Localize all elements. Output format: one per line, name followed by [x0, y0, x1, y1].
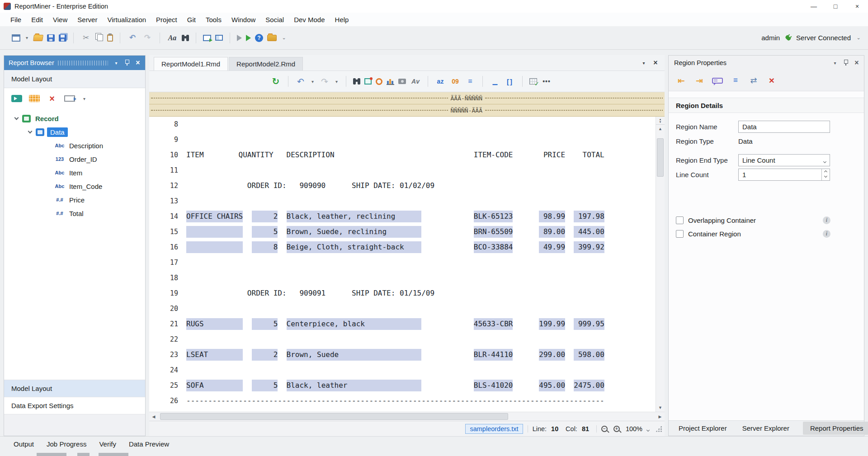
data-field-highlight[interactable]: Black, leather, reclining: [287, 211, 422, 222]
data-field-highlight[interactable]: 45633-CBR: [474, 318, 513, 330]
save-icon[interactable]: [47, 34, 55, 42]
info-icon[interactable]: [823, 216, 830, 224]
editor-line[interactable]: 21RUGS 5 Centerpiece, black 45633-CBR 19…: [149, 316, 656, 332]
step-up-icon[interactable]: [822, 169, 830, 175]
bottom-tab-output[interactable]: Output: [14, 440, 34, 456]
redo-caret-icon[interactable]: ▾: [334, 75, 339, 87]
add-lines-icon[interactable]: ≡: [465, 75, 476, 87]
undo-icon[interactable]: ↶: [127, 32, 138, 44]
close-panel-icon[interactable]: ×: [133, 58, 142, 67]
tree-item-order-id[interactable]: 123 Order_ID: [4, 152, 145, 166]
data-field-highlight[interactable]: 495.00: [539, 380, 565, 391]
data-field-highlight[interactable]: 999.95: [574, 318, 604, 330]
data-field-highlight[interactable]: 197.98: [574, 211, 604, 222]
data-field-highlight[interactable]: Brown, Suede: [287, 349, 422, 361]
preview-table-icon[interactable]: [529, 78, 537, 85]
vertical-scrollbar[interactable]: ▲ ▼: [656, 117, 665, 412]
expander-icon[interactable]: [13, 115, 19, 122]
scroll-right-icon[interactable]: ▶: [656, 412, 665, 421]
find-icon[interactable]: [182, 35, 189, 41]
data-field-highlight[interactable]: 8: [252, 241, 278, 253]
numeric-field-icon[interactable]: 09: [450, 75, 461, 87]
copy-icon[interactable]: [97, 34, 103, 41]
maximize-button[interactable]: □: [825, 0, 846, 13]
data-field-highlight[interactable]: 98.99: [539, 211, 565, 222]
pattern-row-1[interactable]: ÃÃÃ-ÑÑÑÑÑ: [149, 92, 665, 104]
menu-help[interactable]: Help: [330, 14, 354, 25]
data-field-highlight[interactable]: 2: [252, 349, 278, 361]
data-field-highlight[interactable]: Black, leather: [287, 380, 422, 391]
vertical-scroll-track[interactable]: [656, 133, 665, 404]
tree-item-total[interactable]: #.# Total: [4, 207, 145, 220]
refresh-icon[interactable]: ↻: [270, 75, 281, 87]
data-field-highlight[interactable]: Centerpiece, black: [287, 318, 422, 330]
tree-item-record[interactable]: Record: [4, 112, 145, 125]
tree-item-item-code[interactable]: Abc Item_Code: [4, 179, 145, 193]
find-icon[interactable]: [353, 78, 360, 85]
region-list-icon[interactable]: ≡: [730, 75, 741, 86]
pattern-row-2[interactable]: ÑÑÑÑÑ-ÃÃÃ: [149, 104, 665, 117]
editor-line[interactable]: 26--------------------------------------…: [149, 393, 656, 409]
close-panel-icon[interactable]: ×: [852, 58, 861, 67]
split-view-handle[interactable]: [656, 117, 665, 125]
help-icon[interactable]: ?: [255, 34, 263, 42]
data-field-highlight[interactable]: 5: [252, 318, 278, 330]
editor-line[interactable]: 17: [149, 255, 656, 270]
panel-options-caret-icon[interactable]: ▾: [112, 58, 121, 67]
editor-line[interactable]: 14OFFICE CHAIRS 2 Black, leather, reclin…: [149, 209, 656, 224]
data-field-highlight[interactable]: 598.00: [574, 349, 604, 361]
editor-line[interactable]: 13: [149, 193, 656, 209]
font-style-icon[interactable]: Av: [410, 75, 421, 87]
data-field-highlight[interactable]: Brown, Suede, reclining: [287, 226, 422, 238]
editor-line[interactable]: 19 ORDER ID: 909091 SHIP DATE: 01/15/09: [149, 286, 656, 301]
field-statistics-icon[interactable]: [387, 78, 394, 85]
tree-item-description[interactable]: Abc Description: [4, 139, 145, 152]
overlapping-container-checkbox[interactable]: [676, 216, 684, 224]
menu-window[interactable]: Window: [226, 14, 260, 25]
data-field-highlight[interactable]: BCO-33884: [474, 241, 513, 253]
menu-git[interactable]: Git: [182, 14, 201, 25]
data-field-highlight[interactable]: 299.00: [539, 349, 565, 361]
previous-region-icon[interactable]: ⇤: [676, 75, 687, 86]
menu-social[interactable]: Social: [260, 14, 289, 25]
sort-alpha-icon[interactable]: az: [435, 75, 446, 87]
data-field-highlight[interactable]: 2: [252, 211, 278, 222]
compare-models-icon[interactable]: [215, 35, 223, 41]
toolbar-separator[interactable]: [428, 76, 428, 87]
data-field-highlight[interactable]: 399.92: [574, 241, 604, 253]
vertical-scroll-thumb[interactable]: [657, 138, 664, 177]
snapshot-icon[interactable]: [398, 79, 406, 84]
editor-line[interactable]: 10ITEM QUANTITY DESCRIPTION ITEM-CODE PR…: [149, 147, 656, 163]
toolbar-overflow-caret-icon[interactable]: ⌄: [281, 32, 287, 44]
scroll-down-icon[interactable]: ▼: [656, 404, 665, 412]
minimize-button[interactable]: —: [803, 0, 825, 13]
tab-reportmodel1[interactable]: ReportModel1.Rmd: [154, 57, 228, 71]
toolbar-separator[interactable]: [522, 76, 523, 87]
tree-item-data[interactable]: Data: [4, 125, 145, 139]
zoom-caret-icon[interactable]: [647, 425, 649, 432]
editor-line[interactable]: 15 5 Brown, Suede, reclining BRN-65509 8…: [149, 224, 656, 240]
editor-line[interactable]: 12 ORDER ID: 909090 SHIP DATE: 01/02/09: [149, 178, 656, 193]
save-all-icon[interactable]: [59, 34, 66, 42]
toolbar-separator[interactable]: [160, 33, 160, 43]
menu-virtualization[interactable]: Virtualization: [102, 14, 151, 25]
open-folder-icon[interactable]: [33, 35, 43, 41]
info-icon[interactable]: [823, 230, 830, 238]
font-case-icon[interactable]: Aa: [167, 32, 178, 44]
swap-region-icon[interactable]: ⇄: [748, 75, 759, 86]
nav-data-export-settings[interactable]: Data Export Settings: [4, 397, 145, 414]
toolbar-separator[interactable]: [230, 33, 230, 43]
add-field-icon[interactable]: [29, 95, 40, 102]
editor-line[interactable]: 24: [149, 362, 656, 378]
data-field-highlight[interactable]: LSEAT: [186, 349, 243, 361]
cut-icon[interactable]: ✂: [80, 32, 91, 44]
bottom-tab-data-preview[interactable]: Data Preview: [129, 440, 169, 456]
menu-file[interactable]: File: [5, 14, 26, 25]
paste-icon[interactable]: [107, 34, 113, 42]
editor-line[interactable]: 20: [149, 301, 656, 316]
data-field-highlight[interactable]: Beige, Cloth, straight-back: [287, 241, 422, 253]
data-field-highlight[interactable]: 199.99: [539, 318, 565, 330]
new-project-caret-icon[interactable]: ▾: [24, 32, 29, 44]
brackets-icon[interactable]: []: [505, 75, 515, 87]
comment-icon[interactable]: [712, 78, 723, 84]
